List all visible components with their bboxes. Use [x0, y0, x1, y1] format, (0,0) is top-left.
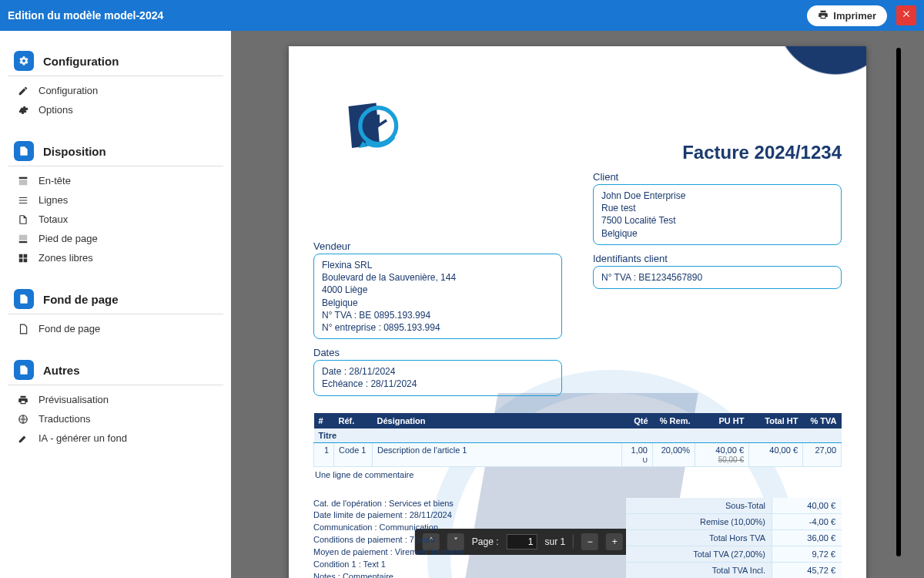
col-total: Total HT — [749, 413, 803, 428]
close-icon — [901, 8, 912, 22]
col-ref: Réf. — [334, 413, 373, 428]
col-desig: Désignation — [373, 413, 622, 428]
list-icon — [17, 195, 29, 206]
client-ids-label: Identifiants client — [593, 253, 842, 264]
gear-icon — [14, 51, 34, 71]
table-row: 1 Code 1 Description de l'article 1 1,00… — [314, 442, 842, 466]
sidebar-item-entete[interactable]: En-tête — [8, 171, 223, 190]
print-label: Imprimer — [833, 10, 876, 22]
vendor-label: Vendeur — [313, 240, 562, 252]
background-icon — [14, 289, 34, 309]
client-label: Client — [593, 171, 842, 183]
client-block: John Doe Enterprise Rue test 7500 Locali… — [593, 184, 842, 245]
printer-small-icon — [17, 395, 29, 405]
section-disposition: Disposition — [8, 136, 223, 166]
section-autres: Autres — [8, 355, 223, 385]
invoice-title: Facture 2024/1234 — [313, 142, 842, 163]
pencil-icon — [17, 86, 29, 96]
gear-small-icon — [17, 105, 29, 116]
invoice-page: Facture 2024/1234 Vendeur Flexina SRL Bo… — [289, 46, 866, 578]
page-icon — [17, 324, 29, 334]
col-tva: % TVA — [803, 413, 842, 428]
document-viewer[interactable]: Facture 2024/1234 Vendeur Flexina SRL Bo… — [231, 31, 924, 578]
section-label: Autres — [43, 364, 80, 377]
client-ids-block: N° TVA : BE1234567890 — [593, 266, 842, 289]
wand-icon — [17, 433, 29, 444]
section-configuration: Configuration — [8, 46, 223, 76]
globe-icon — [17, 414, 29, 425]
sidebar: Configuration Configuration Options Disp… — [0, 31, 231, 578]
dates-label: Dates — [313, 347, 562, 358]
totals-icon — [17, 214, 29, 225]
print-button[interactable]: Imprimer — [807, 5, 887, 26]
misc-icon — [14, 360, 34, 380]
col-pu: PU HT — [695, 413, 749, 428]
printer-icon — [818, 9, 829, 22]
header-icon — [17, 176, 29, 187]
col-disc: % Rem. — [653, 413, 695, 428]
section-label: Configuration — [43, 55, 119, 68]
section-label: Disposition — [43, 145, 106, 158]
vendor-block: Flexina SRL Boulevard de la Sauvenière, … — [313, 254, 562, 339]
footer-icon — [17, 234, 29, 244]
col-qty: Qté — [622, 413, 653, 428]
totals-block: Sous-Total40,00 € Remise (10,00%)-4,00 €… — [626, 498, 842, 579]
sidebar-item-traductions[interactable]: Traductions — [8, 409, 223, 428]
footer-info: Cat. de l'opération : Services et biens … — [313, 498, 611, 579]
sidebar-item-options[interactable]: Options — [8, 100, 223, 119]
col-num: # — [314, 413, 334, 428]
items-table: # Réf. Désignation Qté % Rem. PU HT Tota… — [313, 413, 842, 467]
close-button[interactable] — [896, 5, 916, 25]
group-title: Titre — [314, 428, 842, 443]
sidebar-item-fond[interactable]: Fond de page — [8, 319, 223, 338]
sidebar-item-lignes[interactable]: Lignes — [8, 190, 223, 210]
sidebar-item-configuration[interactable]: Configuration — [8, 81, 223, 100]
sidebar-item-ia[interactable]: IA - générer un fond — [8, 428, 223, 448]
sidebar-item-zones[interactable]: Zones libres — [8, 248, 223, 267]
document-icon — [14, 141, 34, 161]
comment-line: Une ligne de commentaire — [313, 467, 842, 482]
scrollbar[interactable] — [896, 48, 901, 556]
window-title: Edition du modèle model-2024 — [8, 9, 807, 22]
zones-icon — [17, 253, 29, 264]
sidebar-item-preview[interactable]: Prévisualisation — [8, 390, 223, 409]
section-fond: Fond de page — [8, 284, 223, 314]
sidebar-item-pied[interactable]: Pied de page — [8, 229, 223, 248]
dates-block: Date : 28/11/2024 Echéance : 28/11/2024 — [313, 360, 562, 395]
section-label: Fond de page — [43, 293, 119, 306]
sidebar-item-totaux[interactable]: Totaux — [8, 210, 223, 229]
topbar: Edition du modèle model-2024 Imprimer — [0, 0, 924, 31]
